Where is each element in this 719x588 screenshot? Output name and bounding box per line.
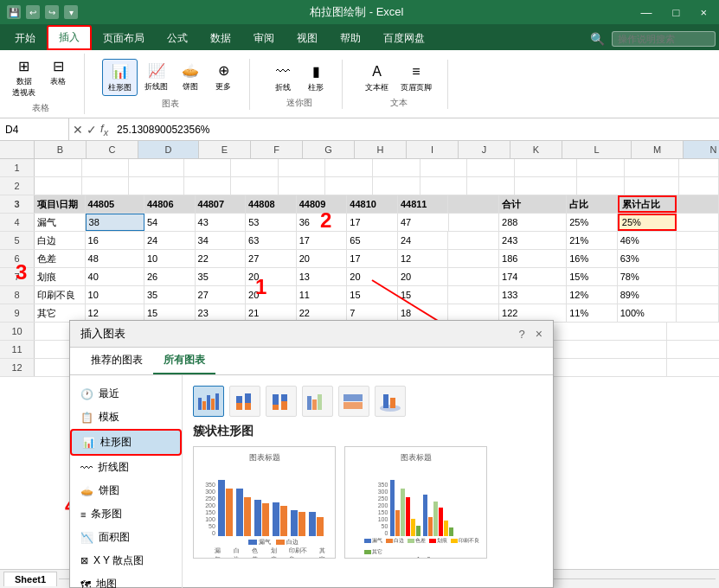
tab-all-charts[interactable]: 所有图表	[153, 348, 215, 374]
chart-pie-button[interactable]: 🥧 饼图	[175, 59, 206, 96]
cell[interactable]: 46%	[618, 232, 677, 249]
cell[interactable]	[677, 214, 719, 231]
cell-cum-ratio[interactable]: 25%	[618, 214, 677, 231]
cell[interactable]: 35	[144, 286, 196, 304]
cell[interactable]: 22	[196, 250, 247, 267]
cell-item[interactable]: 印刷不良	[35, 286, 86, 304]
cell[interactable]: 17	[347, 214, 398, 231]
cell[interactable]: 27	[196, 286, 247, 304]
cell[interactable]: 34	[196, 232, 247, 249]
chart-type-recent[interactable]: 🕐 最近	[70, 382, 182, 406]
cell[interactable]	[577, 159, 625, 176]
pivot-table-button[interactable]: ⊞ 数据透视表	[7, 54, 41, 100]
cell[interactable]	[82, 177, 130, 195]
cell[interactable]: 53	[246, 214, 297, 231]
cell[interactable]	[515, 159, 578, 176]
cell[interactable]: 20	[398, 268, 449, 285]
close-button[interactable]: ×	[695, 6, 712, 19]
cell[interactable]: 12	[398, 250, 449, 267]
cell[interactable]: 11%	[567, 304, 618, 322]
cell[interactable]	[677, 268, 719, 285]
cell[interactable]: 17	[297, 232, 348, 249]
header-cell-cum-ratio[interactable]: 累计占比	[618, 195, 677, 213]
name-box[interactable]: D4	[0, 118, 69, 140]
sparkline-col-button[interactable]: ▮ 柱形	[300, 60, 331, 95]
cell[interactable]	[625, 177, 680, 195]
cell[interactable]	[373, 177, 420, 195]
cell-item[interactable]: 划痕	[35, 268, 86, 285]
dialog-help-icon[interactable]: ?	[519, 328, 525, 341]
cell[interactable]	[677, 195, 719, 213]
tab-formula[interactable]: 公式	[156, 27, 199, 50]
cell[interactable]: 47	[398, 214, 449, 231]
cell[interactable]: 65	[347, 232, 398, 249]
cell[interactable]: 24	[144, 232, 196, 249]
text-box-button[interactable]: A 文本框	[360, 60, 394, 95]
header-cell-date7[interactable]: 44811	[398, 195, 449, 213]
cell[interactable]	[373, 159, 420, 176]
chart-subtype-100pct[interactable]	[266, 386, 297, 417]
chart-subtype-3d2[interactable]	[338, 386, 369, 417]
dialog-close-button[interactable]: ×	[536, 327, 542, 341]
col-h[interactable]: H	[355, 141, 407, 158]
cell[interactable]	[467, 159, 515, 176]
cell[interactable]	[231, 159, 279, 176]
minimize-button[interactable]: —	[636, 6, 658, 19]
tab-baidu[interactable]: 百度网盘	[372, 27, 436, 50]
cell[interactable]: 63	[246, 232, 297, 249]
cell[interactable]	[184, 159, 232, 176]
header-cell-total[interactable]: 合计	[499, 195, 567, 213]
cell[interactable]	[449, 214, 500, 231]
chart-type-area[interactable]: 📉 面积图	[70, 526, 182, 549]
cell[interactable]: 100%	[618, 304, 677, 322]
cell[interactable]: 186	[499, 250, 567, 267]
cell[interactable]: 12%	[567, 286, 618, 304]
header-cell-date1[interactable]: 44805	[86, 195, 144, 213]
cell[interactable]	[677, 250, 719, 267]
cell-item[interactable]: 其它	[35, 304, 86, 322]
tab-review[interactable]: 审阅	[242, 27, 286, 50]
col-d[interactable]: D	[138, 141, 199, 158]
cell[interactable]: 54	[144, 214, 196, 231]
cell[interactable]	[82, 159, 130, 176]
chart-bar-button[interactable]: 📊 柱形图	[102, 59, 138, 96]
cell[interactable]: 15	[347, 286, 398, 304]
cell[interactable]: 11	[297, 286, 348, 304]
cell[interactable]	[129, 159, 184, 176]
redo-icon[interactable]: ↪	[45, 5, 59, 19]
cell[interactable]: 122	[499, 304, 567, 322]
cell[interactable]: 22	[297, 304, 348, 322]
cell[interactable]: 21%	[567, 232, 618, 249]
cell[interactable]: 35	[196, 268, 247, 285]
table-button[interactable]: ⊟ 表格	[42, 54, 74, 100]
cell[interactable]: 20	[246, 268, 297, 285]
cell-d4[interactable]: 38	[86, 214, 144, 231]
chart-type-map[interactable]: 🗺 地图	[70, 572, 182, 588]
col-l[interactable]: L	[562, 141, 632, 158]
cell[interactable]	[279, 159, 326, 176]
cell[interactable]	[448, 250, 499, 267]
chart-more-button[interactable]: ⊕ 更多	[208, 59, 239, 96]
tab-insert[interactable]: 插入	[47, 25, 92, 50]
cell[interactable]	[679, 159, 719, 176]
chart-subtype-clustered[interactable]	[193, 386, 224, 417]
chart-type-template[interactable]: 📋 模板	[70, 406, 182, 429]
cell[interactable]	[448, 268, 499, 285]
cell[interactable]: 89%	[618, 286, 677, 304]
cell[interactable]	[325, 159, 373, 176]
cell[interactable]: 10	[144, 250, 196, 267]
cell[interactable]: 27	[246, 250, 297, 267]
header-cell-date4[interactable]: 44808	[246, 195, 297, 213]
cell[interactable]	[129, 177, 184, 195]
cell[interactable]: 174	[499, 268, 567, 285]
chart-type-bar[interactable]: 📊 柱形图	[70, 429, 182, 456]
maximize-button[interactable]: □	[668, 6, 685, 19]
cell-item[interactable]: 漏气	[35, 214, 86, 231]
formula-confirm-icon[interactable]: ✓	[87, 123, 97, 137]
chart-subtype-3d3[interactable]	[375, 386, 406, 417]
col-m[interactable]: M	[632, 141, 684, 158]
cell[interactable]	[677, 286, 719, 304]
cell[interactable]: 18	[398, 304, 449, 322]
cell[interactable]	[420, 159, 468, 176]
cell-ratio[interactable]: 25%	[567, 214, 618, 231]
